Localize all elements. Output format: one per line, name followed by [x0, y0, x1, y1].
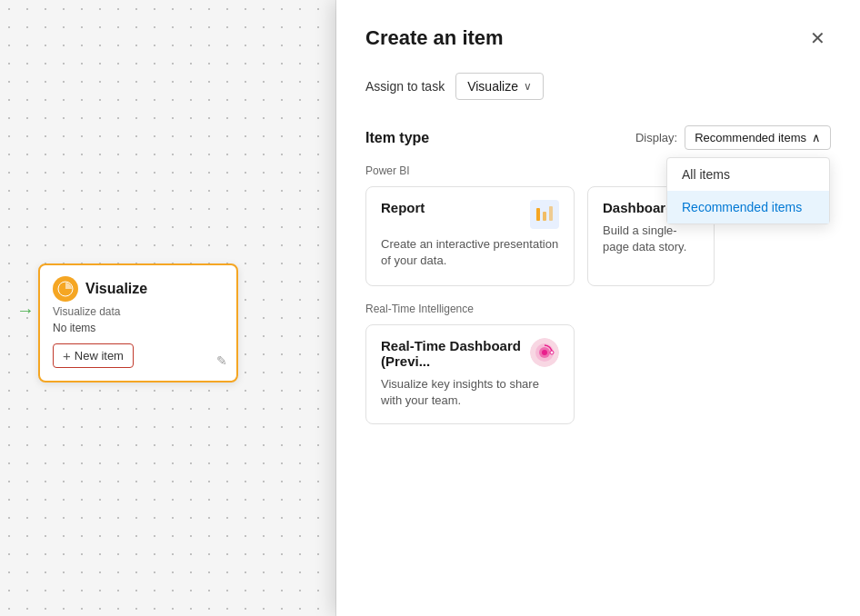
- node-status: No items: [53, 322, 224, 334]
- svg-rect-3: [549, 206, 553, 221]
- dashboard-card-desc: Build a single-page data story.: [603, 223, 699, 255]
- dropdown-menu: All items Recommended items: [666, 157, 830, 224]
- node-icon: [53, 276, 78, 302]
- realtime-card-name: Real-Time Dashboard (Previ...: [381, 338, 530, 369]
- left-panel: → Visualize Visualize data No items + Ne…: [0, 0, 336, 616]
- report-card[interactable]: Report Create an interactive presentatio…: [365, 186, 575, 286]
- realtime-card-header: Real-Time Dashboard (Previ...: [381, 338, 559, 369]
- realtime-items-row: Real-Time Dashboard (Previ... Visualize …: [365, 324, 831, 424]
- assign-row: Assign to task Visualize ∨: [365, 73, 831, 100]
- display-label: Display:: [635, 131, 677, 144]
- report-card-name: Report: [381, 200, 425, 215]
- visualize-node: Visualize Visualize data No items + New …: [38, 263, 238, 383]
- node-subtitle: Visualize data: [53, 305, 224, 318]
- close-button[interactable]: ✕: [805, 25, 831, 51]
- dashboard-card-name: Dashboard: [603, 200, 674, 215]
- assign-dropdown[interactable]: Visualize ∨: [455, 73, 544, 100]
- new-item-button[interactable]: + New item: [53, 343, 134, 368]
- svg-point-8: [550, 351, 554, 354]
- realtime-dashboard-card[interactable]: Real-Time Dashboard (Previ... Visualize …: [365, 324, 575, 424]
- plus-icon: +: [63, 348, 71, 363]
- dropdown-item-recommended[interactable]: Recommended items: [667, 191, 829, 224]
- edit-icon[interactable]: ✎: [216, 353, 227, 368]
- dropdown-item-all[interactable]: All items: [667, 158, 829, 191]
- report-card-desc: Create an interactive presentation of yo…: [381, 236, 559, 269]
- display-value: Recommended items: [695, 131, 806, 144]
- report-icon: [530, 200, 559, 229]
- assign-label: Assign to task: [365, 79, 445, 94]
- display-dropdown[interactable]: Recommended items ∧ All items Recommende…: [685, 125, 831, 150]
- modal-title: Create an item: [365, 26, 504, 50]
- modal-panel: Create an item ✕ Assign to task Visualiz…: [336, 0, 860, 616]
- category-realtime: Real-Time Intelligence: [365, 303, 831, 315]
- modal-header: Create an item ✕: [365, 25, 831, 51]
- assign-chevron-icon: ∨: [524, 80, 532, 93]
- display-chevron-icon: ∧: [812, 131, 821, 144]
- node-title: Visualize: [85, 281, 147, 297]
- svg-rect-1: [536, 208, 540, 221]
- svg-rect-2: [543, 212, 546, 221]
- item-type-label: Item type: [365, 130, 429, 146]
- assign-value: Visualize: [467, 79, 518, 94]
- realtime-card-desc: Visualize key insights to share with you…: [381, 376, 559, 409]
- new-item-label: New item: [75, 349, 124, 363]
- flow-arrow: →: [16, 300, 35, 321]
- section-header: Item type Display: Recommended items ∧ A…: [365, 125, 831, 150]
- svg-point-7: [542, 350, 547, 355]
- display-row: Display: Recommended items ∧ All items R…: [635, 125, 831, 150]
- report-card-header: Report: [381, 200, 559, 229]
- realtime-icon: [530, 338, 559, 367]
- node-header: Visualize: [53, 276, 224, 302]
